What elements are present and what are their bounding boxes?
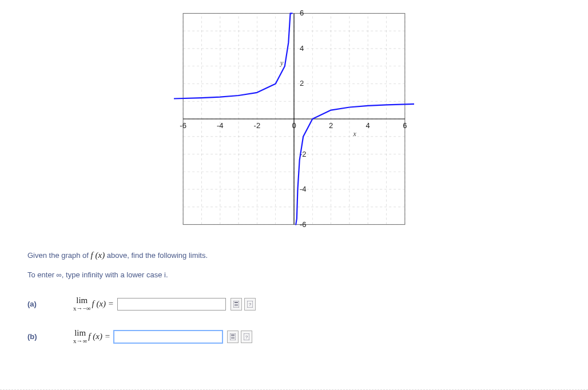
fx-symbol: f (x) (91, 250, 105, 260)
svg-text:4: 4 (300, 44, 304, 53)
svg-text:x: x (352, 130, 356, 138)
svg-text:6: 6 (300, 9, 304, 17)
lim-approach: x→−∞ (73, 305, 91, 312)
svg-rect-45 (235, 302, 238, 303)
svg-text:6: 6 (403, 121, 407, 130)
text: above, find the following limits. (107, 251, 208, 260)
exercise-page: -6-4-20246-6-4-2246xy Given the graph of… (0, 0, 588, 390)
svg-text:2: 2 (329, 121, 333, 130)
answer-input-b[interactable] (114, 331, 223, 343)
svg-text:-6: -6 (300, 220, 307, 229)
svg-text:?: ? (245, 335, 248, 340)
question-a: (a) lim x→−∞ f (x) = ? (27, 296, 561, 312)
limit-notation-a: lim x→−∞ (73, 296, 91, 312)
svg-rect-51 (231, 335, 235, 336)
graph-container: -6-4-20246-6-4-2246xy (27, 5, 561, 233)
preview-icon[interactable] (227, 331, 239, 343)
svg-rect-52 (231, 337, 235, 337)
svg-text:4: 4 (366, 121, 370, 130)
help-icon[interactable]: ? (244, 298, 256, 311)
svg-text:-2: -2 (254, 121, 261, 130)
question-b: (b) lim x→∞ f (x) = ? (27, 329, 561, 344)
fx-equals: f (x) = (92, 299, 114, 309)
svg-rect-46 (235, 304, 238, 305)
part-label-b: (b) (27, 332, 73, 341)
preview-icon[interactable] (231, 298, 242, 311)
answer-input-a[interactable] (117, 298, 226, 311)
svg-text:0: 0 (292, 121, 296, 130)
help-icon[interactable]: ? (241, 331, 252, 343)
svg-text:y: y (280, 59, 284, 67)
prompt-line-2: To enter ∞, type infinity with a lower c… (27, 270, 561, 279)
fx-equals: f (x) = (88, 332, 110, 341)
limit-notation-b: lim x→∞ (73, 329, 87, 344)
svg-text:-4: -4 (300, 185, 307, 193)
prompt-line-1: Given the graph of f (x) above, find the… (27, 250, 561, 260)
text: Given the graph of (27, 251, 91, 260)
input-tools: ? (227, 331, 252, 343)
svg-text:?: ? (249, 302, 252, 307)
instructions: Given the graph of f (x) above, find the… (27, 250, 561, 279)
lim-word: lim (76, 296, 88, 305)
part-label-a: (a) (27, 300, 73, 308)
lim-word: lim (74, 329, 86, 338)
input-tools: ? (231, 298, 256, 311)
svg-rect-53 (231, 338, 235, 339)
svg-rect-47 (235, 305, 238, 306)
lim-approach: x→∞ (73, 338, 87, 344)
function-graph: -6-4-20246-6-4-2246xy (174, 5, 414, 233)
svg-text:-6: -6 (180, 121, 186, 130)
svg-text:-4: -4 (217, 121, 224, 130)
svg-text:2: 2 (300, 79, 304, 87)
